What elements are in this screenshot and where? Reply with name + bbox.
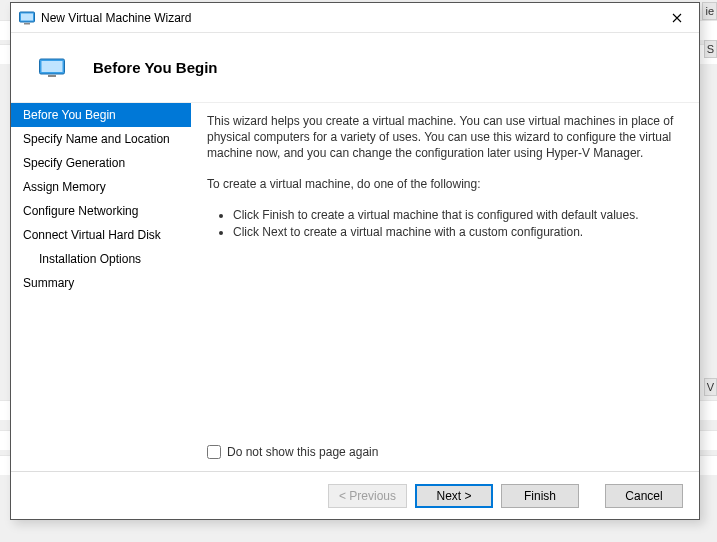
next-button[interactable]: Next >	[415, 484, 493, 508]
cancel-button[interactable]: Cancel	[605, 484, 683, 508]
obscured-cell: S	[704, 40, 717, 58]
intro-text: This wizard helps you create a virtual m…	[207, 113, 677, 162]
obscured-cell: ie	[702, 2, 717, 20]
option-next: Click Next to create a virtual machine w…	[233, 224, 677, 240]
titlebar: New Virtual Machine Wizard	[11, 3, 699, 33]
wizard-dialog: New Virtual Machine Wizard Before You Be…	[10, 2, 700, 520]
svg-rect-2	[24, 23, 30, 25]
page-title: Before You Begin	[93, 59, 217, 76]
option-finish: Click Finish to create a virtual machine…	[233, 207, 677, 223]
close-button[interactable]	[654, 3, 699, 32]
app-icon	[19, 10, 35, 26]
obscured-cell: V	[704, 378, 717, 396]
wizard-footer: < Previous Next > Finish Cancel	[11, 471, 699, 519]
do-not-show-again-label: Do not show this page again	[227, 445, 378, 459]
lead-text: To create a virtual machine, do one of t…	[207, 176, 677, 192]
sidebar-step-specify-generation[interactable]: Specify Generation	[11, 151, 191, 175]
do-not-show-again[interactable]: Do not show this page again	[207, 445, 677, 459]
options-list: Click Finish to create a virtual machine…	[207, 206, 677, 241]
sidebar-step-before-you-begin[interactable]: Before You Begin	[11, 103, 191, 127]
sidebar-step-configure-networking[interactable]: Configure Networking	[11, 199, 191, 223]
wizard-sidebar: Before You Begin Specify Name and Locati…	[11, 103, 191, 471]
do-not-show-again-checkbox[interactable]	[207, 445, 221, 459]
svg-rect-4	[42, 61, 63, 72]
sidebar-step-installation-options[interactable]: Installation Options	[11, 247, 191, 271]
sidebar-step-specify-name[interactable]: Specify Name and Location	[11, 127, 191, 151]
wizard-body: Before You Begin Specify Name and Locati…	[11, 103, 699, 471]
sidebar-step-assign-memory[interactable]: Assign Memory	[11, 175, 191, 199]
wizard-header: Before You Begin	[11, 33, 699, 103]
previous-button: < Previous	[328, 484, 407, 508]
finish-button[interactable]: Finish	[501, 484, 579, 508]
window-title: New Virtual Machine Wizard	[41, 11, 192, 25]
sidebar-step-summary[interactable]: Summary	[11, 271, 191, 295]
wizard-content: This wizard helps you create a virtual m…	[191, 103, 699, 471]
svg-rect-1	[21, 13, 33, 20]
vm-icon	[39, 58, 65, 78]
svg-rect-5	[48, 75, 56, 77]
sidebar-step-connect-vhd[interactable]: Connect Virtual Hard Disk	[11, 223, 191, 247]
